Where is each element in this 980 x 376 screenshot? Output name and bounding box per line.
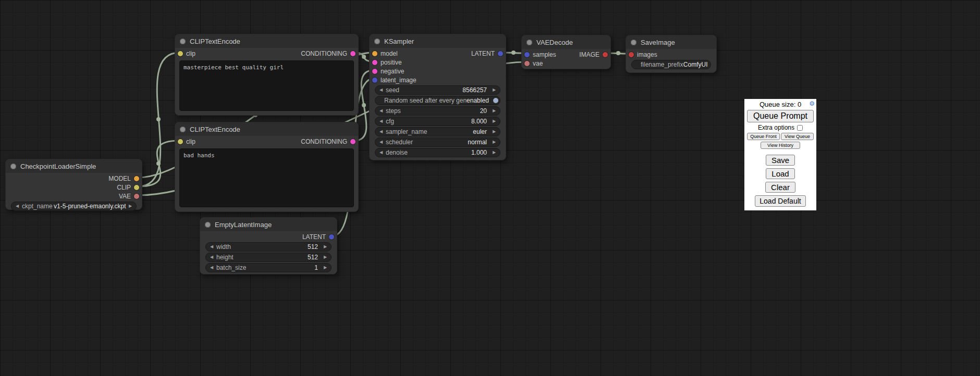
- widget-sampler-name[interactable]: ◀ sampler_name euler ▶: [375, 127, 500, 136]
- collapse-dot-icon[interactable]: [631, 40, 636, 45]
- slot-clip-input[interactable]: [178, 51, 183, 56]
- node-title-bar[interactable]: VAEDecode: [522, 35, 610, 49]
- widget-label: ckpt_name: [20, 203, 53, 210]
- increment-icon[interactable]: ▶: [491, 130, 497, 134]
- decrement-icon[interactable]: ◀: [378, 151, 384, 155]
- view-queue-button[interactable]: View Queue: [781, 133, 814, 140]
- decrement-icon[interactable]: ◀: [378, 140, 384, 144]
- queue-front-button[interactable]: Queue Front: [747, 133, 780, 140]
- link-midpoint-dot: [616, 51, 620, 55]
- slot-model-input[interactable]: [372, 51, 377, 56]
- widget-ckpt-name[interactable]: ◀ ckpt_name v1-5-pruned-emaonly.ckpt ▶: [11, 202, 137, 211]
- increment-icon[interactable]: ▶: [491, 140, 497, 144]
- slot-label-latent: LATENT: [302, 233, 326, 241]
- slot-label-vae: VAE: [119, 193, 131, 200]
- decrement-icon[interactable]: ◀: [209, 245, 215, 249]
- widget-denoise[interactable]: ◀ denoise 1.000 ▶: [375, 148, 500, 157]
- slot-vae-input[interactable]: [524, 61, 530, 66]
- collapse-dot-icon[interactable]: [205, 222, 211, 228]
- toggle-dot-icon[interactable]: [493, 98, 498, 103]
- widget-height[interactable]: ◀ height 512 ▶: [205, 253, 332, 262]
- widget-scheduler[interactable]: ◀ scheduler normal ▶: [375, 137, 500, 147]
- increment-icon[interactable]: ▶: [491, 88, 497, 92]
- queue-prompt-button[interactable]: Queue Prompt: [747, 110, 814, 122]
- view-history-button[interactable]: View History: [761, 142, 800, 149]
- decrement-icon[interactable]: ◀: [14, 204, 20, 208]
- slot-positive-input[interactable]: [372, 60, 377, 65]
- slot-image-output[interactable]: [603, 52, 608, 57]
- widget-label: cfg: [384, 118, 394, 125]
- widget-label: filename_prefix: [634, 61, 683, 68]
- settings-gear-icon[interactable]: ⚙: [809, 100, 815, 107]
- main-menu-panel: Queue size: 0 ⚙ Queue Prompt Extra optio…: [744, 99, 816, 210]
- widget-batch-size[interactable]: ◀ batch_size 1 ▶: [205, 263, 332, 272]
- load-button[interactable]: Load: [766, 168, 794, 179]
- widget-width[interactable]: ◀ width 512 ▶: [205, 242, 332, 252]
- slot-conditioning-output[interactable]: [350, 51, 356, 56]
- slot-clip-output[interactable]: [134, 185, 139, 190]
- node-title-bar[interactable]: KSampler: [370, 34, 506, 48]
- slot-latent-output[interactable]: [498, 51, 503, 56]
- node-title-bar[interactable]: EmptyLatentImage: [200, 218, 337, 231]
- collapse-dot-icon[interactable]: [374, 39, 380, 44]
- node-title-bar[interactable]: CheckpointLoaderSimple: [6, 159, 142, 173]
- node-checkpoint-loader-simple[interactable]: CheckpointLoaderSimple MODEL CLIP VAE ◀ …: [5, 159, 142, 210]
- node-title-bar[interactable]: SaveImage: [626, 35, 716, 49]
- widget-value: enabled: [467, 97, 493, 104]
- positive-prompt-textarea[interactable]: masterpiece best quality girl: [179, 60, 354, 111]
- collapse-dot-icon[interactable]: [180, 127, 186, 132]
- widget-value: euler: [473, 128, 491, 135]
- increment-icon[interactable]: ▶: [127, 204, 133, 208]
- node-title-bar[interactable]: CLIPTextEncode: [175, 34, 358, 48]
- collapse-dot-icon[interactable]: [526, 40, 532, 45]
- increment-icon[interactable]: ▶: [491, 109, 497, 113]
- node-title-bar[interactable]: CLIPTextEncode: [175, 122, 358, 136]
- decrement-icon[interactable]: ◀: [378, 109, 384, 113]
- decrement-icon[interactable]: ◀: [209, 255, 215, 259]
- slot-negative-input[interactable]: [372, 69, 377, 74]
- increment-icon[interactable]: ▶: [322, 245, 328, 249]
- increment-icon[interactable]: ▶: [322, 266, 328, 270]
- node-graph-canvas[interactable]: CheckpointLoaderSimple MODEL CLIP VAE ◀ …: [0, 0, 980, 376]
- slot-label-model: model: [381, 50, 398, 57]
- widget-value: 1: [314, 264, 322, 271]
- decrement-icon[interactable]: ◀: [378, 119, 384, 123]
- link-clip-to-positive-encode: [138, 53, 179, 186]
- increment-icon[interactable]: ▶: [322, 255, 328, 259]
- widget-seed[interactable]: ◀ seed 8566257 ▶: [375, 85, 500, 95]
- slot-vae-output[interactable]: [134, 194, 139, 199]
- widget-label: seed: [384, 86, 399, 94]
- slot-latent-output[interactable]: [329, 234, 334, 240]
- queue-size-row: Queue size: 0 ⚙: [747, 100, 814, 108]
- decrement-icon[interactable]: ◀: [378, 130, 384, 134]
- slot-images-input[interactable]: [629, 52, 634, 57]
- decrement-icon[interactable]: ◀: [378, 88, 384, 92]
- widget-cfg[interactable]: ◀ cfg 8.000 ▶: [375, 117, 500, 126]
- node-save-image[interactable]: SaveImage images filename_prefix ComfyUI: [626, 35, 717, 73]
- slot-clip-input[interactable]: [178, 139, 183, 144]
- increment-icon[interactable]: ▶: [491, 151, 497, 155]
- widget-filename-prefix[interactable]: filename_prefix ComfyUI: [631, 60, 711, 69]
- clear-button[interactable]: Clear: [765, 182, 795, 193]
- node-ksampler[interactable]: KSampler model LATENT positive negative: [369, 34, 506, 160]
- save-button[interactable]: Save: [766, 155, 795, 166]
- extra-options-checkbox[interactable]: [797, 125, 803, 131]
- increment-icon[interactable]: ▶: [491, 119, 497, 123]
- widget-random-seed-toggle[interactable]: Random seed after every gen enabled: [375, 96, 500, 105]
- slot-samples-input[interactable]: [524, 52, 530, 57]
- node-vae-decode[interactable]: VAEDecode samples IMAGE vae: [521, 35, 611, 69]
- decrement-icon[interactable]: ◀: [209, 266, 215, 270]
- negative-prompt-textarea[interactable]: bad hands: [179, 148, 354, 207]
- widget-value: 20: [480, 107, 491, 115]
- slot-latent-image-input[interactable]: [372, 78, 377, 83]
- slot-model-output[interactable]: [134, 176, 139, 181]
- node-clip-text-encode-negative[interactable]: CLIPTextEncode clip CONDITIONING bad han…: [175, 122, 359, 212]
- slot-conditioning-output[interactable]: [350, 139, 356, 144]
- slot-label-clip: CLIP: [117, 184, 131, 191]
- collapse-dot-icon[interactable]: [180, 39, 186, 44]
- load-default-button[interactable]: Load Default: [755, 195, 805, 207]
- node-empty-latent-image[interactable]: EmptyLatentImage LATENT ◀ width 512 ▶ ◀ …: [200, 217, 337, 274]
- collapse-dot-icon[interactable]: [10, 164, 16, 169]
- widget-steps[interactable]: ◀ steps 20 ▶: [375, 106, 500, 116]
- node-clip-text-encode-positive[interactable]: CLIPTextEncode clip CONDITIONING masterp…: [175, 34, 359, 116]
